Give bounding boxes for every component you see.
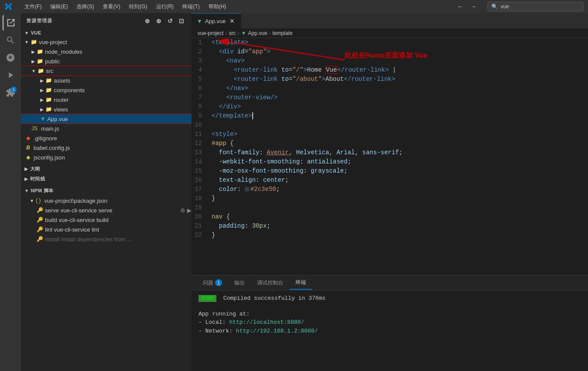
tree-vue-project[interactable]: ▼ 📁 vue-project [21, 37, 191, 47]
problems-label: 问题 [203, 279, 213, 287]
terminal-local-line: - Local: http://localhost:8080/ [198, 318, 581, 327]
code-line-22: 22 } [191, 231, 588, 240]
breadcrumb-sep1: › [225, 30, 227, 36]
section-timeline[interactable]: ▶ 时间线 [21, 174, 191, 184]
menu-run[interactable]: 运行(R) [153, 2, 177, 11]
tree-public[interactable]: ▶ 📁 public [21, 56, 191, 66]
section-npm[interactable]: ▼ NPM 脚本 [21, 186, 191, 196]
breadcrumb-sep2: › [237, 30, 239, 36]
tree-main-js[interactable]: JS main.js [21, 124, 191, 133]
tree-node-modules[interactable]: ▶ 📁 node_modules [21, 47, 191, 56]
collapse-icon[interactable]: ⊡ [177, 16, 186, 26]
tree-components[interactable]: ▶ 📁 components [21, 85, 191, 95]
problems-badge: 1 [215, 279, 222, 286]
activity-extensions[interactable]: 1 [3, 85, 18, 101]
menu-view[interactable]: 查看(V) [99, 2, 124, 11]
tree-build[interactable]: 🔑 build vue-cli-service build [21, 215, 191, 225]
menu-goto[interactable]: 转到(G) [125, 2, 150, 11]
tab-app-vue[interactable]: ▼ App.vue ✕ [191, 13, 241, 28]
package-json-label: vue-project\package.json [44, 198, 108, 204]
nav-back-button[interactable]: ← [455, 1, 466, 12]
tree-serve[interactable]: 🔑 serve vue-cli-service serve ⚙ ▶ [21, 205, 191, 215]
menu-terminal[interactable]: 终端(T) [179, 2, 203, 11]
tab-output[interactable]: 输出 [228, 277, 251, 289]
vue-file-icon: ▼ [40, 116, 45, 122]
nav-forward-button[interactable]: → [468, 1, 479, 12]
editor-area: ▼ App.vue ✕ vue-project › src › ▼ App.vu… [191, 13, 588, 371]
breadcrumb-template[interactable]: template [272, 30, 292, 36]
breadcrumb-appvue[interactable]: App.vue [248, 30, 267, 36]
search-box[interactable]: 🔍 vue [487, 2, 584, 11]
project-name: vue-project [39, 39, 67, 45]
menu-select[interactable]: 选择(S) [73, 2, 97, 11]
line-content-5: <router-link to="/about">About</router-l… [209, 75, 588, 84]
local-url[interactable]: http://localhost:8080/ [229, 319, 304, 326]
tree-app-vue[interactable]: ▼ App.vue [21, 114, 191, 124]
code-line-3: 3 <nav> [191, 56, 588, 66]
main-layout: 1 资源管理器 ⊕ ⊕ ↺ ⊡ ▼ VUE ▼ 📁 vue-project [0, 13, 588, 371]
code-line-15: 15 -moz-osx-font-smoothing: grayscale; [191, 166, 588, 176]
outline-chevron: ▶ [24, 166, 28, 171]
line-num-14: 14 [191, 157, 209, 166]
src-folder-icon: 📁 [38, 68, 44, 74]
tab-close-button[interactable]: ✕ [229, 17, 236, 24]
section-vue[interactable]: ▼ VUE [21, 28, 191, 37]
compiled-msg: Compiled successfully in 376ms [223, 295, 326, 302]
line-content-9: </template> [209, 111, 588, 121]
components-label: components [54, 87, 85, 94]
code-line-10: 10 [191, 121, 588, 130]
section-outline[interactable]: ▶ 大纲 [21, 164, 191, 174]
menu-help[interactable]: 帮助(H) [205, 2, 230, 11]
tree-assets[interactable]: ▶ 📁 assets [21, 76, 191, 85]
new-folder-icon[interactable]: ⊕ [154, 16, 164, 26]
code-editor[interactable]: 此处在Home后面添加 Vue 1 <template> 2 <div id="… [191, 38, 588, 275]
activity-explorer[interactable] [3, 15, 18, 31]
tab-problems[interactable]: 问题 1 [197, 277, 228, 289]
line-num-17: 17 [191, 185, 209, 194]
serve-label: serve vue-cli-service serve [45, 207, 112, 214]
tab-debug-console[interactable]: 调试控制台 [251, 277, 289, 289]
activity-run[interactable] [3, 67, 18, 83]
app-running: App running at: [198, 311, 250, 317]
timeline-chevron: ▶ [24, 177, 28, 181]
breadcrumb-project[interactable]: vue-project [198, 30, 223, 36]
tree-src[interactable]: ▼ 📁 src [21, 66, 191, 76]
line-content-19 [209, 203, 588, 212]
output-label: 输出 [234, 279, 245, 287]
activity-search[interactable] [3, 32, 18, 48]
refresh-icon[interactable]: ↺ [165, 16, 175, 26]
tree-lint[interactable]: 🔑 lint vue-cli-service lint [21, 225, 191, 234]
terminal-network-line: - Network: http://192.168.1.2:8080/ [198, 327, 581, 336]
key-icon: 🔑 [37, 207, 43, 213]
code-line-5: 5 <router-link to="/about">About</router… [191, 75, 588, 84]
network-url[interactable]: http://192.168.1.2:8080/ [236, 328, 318, 334]
debug-console-label: 调试控制台 [257, 279, 283, 287]
tree-jsconfig[interactable]: ◆ jsconfig.json [21, 153, 191, 162]
code-line-6: 6 </nav> [191, 84, 588, 93]
tab-terminal[interactable]: 终端 [289, 276, 312, 290]
activity-git[interactable] [3, 50, 18, 66]
tree-views[interactable]: ▶ 📁 views [21, 104, 191, 114]
line-num-1: 1 [191, 38, 209, 47]
menu-edit[interactable]: 编辑(E) [47, 2, 71, 11]
folder-icon: 📁 [37, 49, 43, 55]
serve-gear-icon[interactable]: ⚙ [180, 207, 185, 214]
tree-router[interactable]: ▶ 📁 router [21, 95, 191, 104]
search-icon: 🔍 [491, 3, 498, 10]
line-content-1: <template> [209, 38, 588, 47]
line-content-8: </div> [209, 102, 588, 111]
tree-package-json[interactable]: ▼ { } vue-project\package.json [21, 196, 191, 205]
folder-icon: 📁 [45, 87, 52, 93]
code-line-21: 21 padding: 30px; [191, 222, 588, 231]
main-js-label: main.js [41, 125, 59, 132]
sidebar-header-icons: ⊕ ⊕ ↺ ⊡ [143, 16, 186, 26]
breadcrumb: vue-project › src › ▼ App.vue › template [191, 28, 588, 38]
serve-run-icon[interactable]: ▶ [187, 207, 191, 214]
breadcrumb-src[interactable]: src [229, 30, 236, 36]
new-file-icon[interactable]: ⊕ [143, 16, 152, 26]
menu-file[interactable]: 文件(F) [21, 2, 45, 11]
tree-install[interactable]: 🔑 install install dependencies from ... [21, 234, 191, 244]
tree-gitignore[interactable]: ◆ .gitignore [21, 133, 191, 143]
tree-babel[interactable]: B babel.config.js [21, 143, 191, 153]
terminal-tabs: 问题 1 输出 调试控制台 终端 [191, 275, 588, 291]
